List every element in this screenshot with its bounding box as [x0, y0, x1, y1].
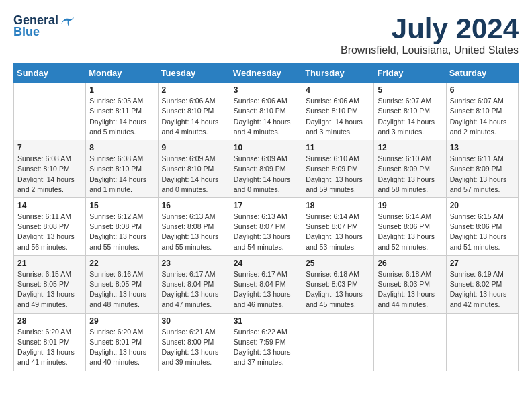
logo-blue-text: Blue — [13, 25, 40, 39]
day-info: Sunrise: 6:22 AM Sunset: 7:59 PM Dayligh… — [234, 327, 298, 368]
day-info: Sunrise: 6:18 AM Sunset: 8:03 PM Dayligh… — [306, 269, 370, 310]
day-info: Sunrise: 6:16 AM Sunset: 8:05 PM Dayligh… — [89, 269, 154, 310]
table-row: 23Sunrise: 6:17 AM Sunset: 8:04 PM Dayli… — [158, 255, 230, 313]
day-number: 4 — [306, 85, 370, 95]
day-number: 27 — [450, 259, 515, 268]
day-number: 20 — [450, 201, 515, 210]
header-tuesday: Tuesday — [158, 64, 230, 83]
table-row: 1Sunrise: 6:05 AM Sunset: 8:11 PM Daylig… — [86, 83, 158, 140]
table-row: 9Sunrise: 6:09 AM Sunset: 8:10 PM Daylig… — [158, 140, 230, 198]
table-row — [446, 313, 518, 371]
calendar-week-row: 1Sunrise: 6:05 AM Sunset: 8:11 PM Daylig… — [14, 83, 519, 140]
day-info: Sunrise: 6:06 AM Sunset: 8:10 PM Dayligh… — [162, 96, 226, 137]
day-number: 21 — [17, 259, 82, 268]
header-saturday: Saturday — [446, 64, 518, 83]
day-info: Sunrise: 6:14 AM Sunset: 8:06 PM Dayligh… — [378, 212, 442, 253]
table-row — [302, 313, 374, 371]
header-thursday: Thursday — [302, 64, 374, 83]
day-number: 23 — [162, 259, 226, 268]
day-number: 29 — [89, 316, 154, 326]
day-info: Sunrise: 6:15 AM Sunset: 8:06 PM Dayligh… — [450, 212, 515, 253]
table-row: 29Sunrise: 6:20 AM Sunset: 8:01 PM Dayli… — [86, 313, 158, 371]
month-title: July 2024 — [341, 13, 519, 44]
page-header: General Blue July 2024 Brownsfield, Loui… — [13, 13, 519, 56]
day-info: Sunrise: 6:11 AM Sunset: 8:08 PM Dayligh… — [17, 212, 82, 253]
table-row: 15Sunrise: 6:12 AM Sunset: 8:08 PM Dayli… — [86, 197, 158, 255]
day-number: 26 — [378, 259, 442, 268]
table-row: 21Sunrise: 6:15 AM Sunset: 8:05 PM Dayli… — [14, 255, 86, 313]
day-number: 25 — [306, 259, 370, 268]
calendar-week-row: 21Sunrise: 6:15 AM Sunset: 8:05 PM Dayli… — [14, 255, 519, 313]
table-row: 6Sunrise: 6:07 AM Sunset: 8:10 PM Daylig… — [446, 83, 518, 140]
calendar-week-row: 14Sunrise: 6:11 AM Sunset: 8:08 PM Dayli… — [14, 197, 519, 255]
table-row: 26Sunrise: 6:18 AM Sunset: 8:03 PM Dayli… — [374, 255, 446, 313]
weekday-header-row: Sunday Monday Tuesday Wednesday Thursday… — [14, 64, 519, 83]
day-info: Sunrise: 6:20 AM Sunset: 8:01 PM Dayligh… — [17, 327, 82, 368]
table-row — [374, 313, 446, 371]
day-number: 6 — [450, 85, 515, 95]
header-wednesday: Wednesday — [230, 64, 302, 83]
day-number: 7 — [17, 143, 82, 152]
table-row: 12Sunrise: 6:10 AM Sunset: 8:09 PM Dayli… — [374, 140, 446, 198]
table-row: 5Sunrise: 6:07 AM Sunset: 8:10 PM Daylig… — [374, 83, 446, 140]
table-row — [14, 83, 86, 140]
table-row: 2Sunrise: 6:06 AM Sunset: 8:10 PM Daylig… — [158, 83, 230, 140]
table-row: 16Sunrise: 6:13 AM Sunset: 8:08 PM Dayli… — [158, 197, 230, 255]
day-number: 12 — [378, 143, 442, 152]
table-row: 13Sunrise: 6:11 AM Sunset: 8:09 PM Dayli… — [446, 140, 518, 198]
table-row: 22Sunrise: 6:16 AM Sunset: 8:05 PM Dayli… — [86, 255, 158, 313]
day-info: Sunrise: 6:09 AM Sunset: 8:10 PM Dayligh… — [162, 154, 226, 195]
table-row: 20Sunrise: 6:15 AM Sunset: 8:06 PM Dayli… — [446, 197, 518, 255]
day-info: Sunrise: 6:19 AM Sunset: 8:02 PM Dayligh… — [450, 269, 515, 310]
table-row: 11Sunrise: 6:10 AM Sunset: 8:09 PM Dayli… — [302, 140, 374, 198]
day-number: 16 — [162, 201, 226, 210]
day-number: 31 — [234, 316, 298, 326]
day-info: Sunrise: 6:08 AM Sunset: 8:10 PM Dayligh… — [89, 154, 154, 195]
table-row: 31Sunrise: 6:22 AM Sunset: 7:59 PM Dayli… — [230, 313, 302, 371]
day-number: 3 — [234, 85, 298, 95]
day-info: Sunrise: 6:10 AM Sunset: 8:09 PM Dayligh… — [378, 154, 442, 195]
day-number: 30 — [162, 316, 226, 326]
calendar-table: Sunday Monday Tuesday Wednesday Thursday… — [13, 63, 519, 371]
day-number: 9 — [162, 143, 226, 152]
day-info: Sunrise: 6:13 AM Sunset: 8:07 PM Dayligh… — [234, 212, 298, 253]
header-sunday: Sunday — [14, 64, 86, 83]
day-number: 24 — [234, 259, 298, 268]
table-row: 8Sunrise: 6:08 AM Sunset: 8:10 PM Daylig… — [86, 140, 158, 198]
day-info: Sunrise: 6:20 AM Sunset: 8:01 PM Dayligh… — [89, 327, 154, 368]
location: Brownsfield, Louisiana, United States — [341, 44, 519, 56]
day-info: Sunrise: 6:09 AM Sunset: 8:09 PM Dayligh… — [234, 154, 298, 195]
header-friday: Friday — [374, 64, 446, 83]
day-number: 15 — [89, 201, 154, 210]
table-row: 3Sunrise: 6:06 AM Sunset: 8:10 PM Daylig… — [230, 83, 302, 140]
day-number: 13 — [450, 143, 515, 152]
table-row: 28Sunrise: 6:20 AM Sunset: 8:01 PM Dayli… — [14, 313, 86, 371]
logo-bird-icon — [60, 15, 75, 27]
calendar-week-row: 28Sunrise: 6:20 AM Sunset: 8:01 PM Dayli… — [14, 313, 519, 371]
calendar-week-row: 7Sunrise: 6:08 AM Sunset: 8:10 PM Daylig… — [14, 140, 519, 198]
day-info: Sunrise: 6:18 AM Sunset: 8:03 PM Dayligh… — [378, 269, 442, 310]
table-row: 27Sunrise: 6:19 AM Sunset: 8:02 PM Dayli… — [446, 255, 518, 313]
table-row: 14Sunrise: 6:11 AM Sunset: 8:08 PM Dayli… — [14, 197, 86, 255]
table-row: 4Sunrise: 6:06 AM Sunset: 8:10 PM Daylig… — [302, 83, 374, 140]
day-number: 28 — [17, 316, 82, 326]
table-row: 30Sunrise: 6:21 AM Sunset: 8:00 PM Dayli… — [158, 313, 230, 371]
day-info: Sunrise: 6:06 AM Sunset: 8:10 PM Dayligh… — [234, 96, 298, 137]
day-number: 18 — [306, 201, 370, 210]
day-info: Sunrise: 6:07 AM Sunset: 8:10 PM Dayligh… — [378, 96, 442, 137]
table-row: 17Sunrise: 6:13 AM Sunset: 8:07 PM Dayli… — [230, 197, 302, 255]
day-info: Sunrise: 6:08 AM Sunset: 8:10 PM Dayligh… — [17, 154, 82, 195]
day-info: Sunrise: 6:11 AM Sunset: 8:09 PM Dayligh… — [450, 154, 515, 195]
day-number: 1 — [89, 85, 154, 95]
day-info: Sunrise: 6:17 AM Sunset: 8:04 PM Dayligh… — [234, 269, 298, 310]
title-block: July 2024 Brownsfield, Louisiana, United… — [341, 13, 519, 56]
day-number: 2 — [162, 85, 226, 95]
day-info: Sunrise: 6:05 AM Sunset: 8:11 PM Dayligh… — [89, 96, 154, 137]
day-number: 10 — [234, 143, 298, 152]
day-number: 14 — [17, 201, 82, 210]
header-monday: Monday — [86, 64, 158, 83]
day-info: Sunrise: 6:14 AM Sunset: 8:07 PM Dayligh… — [306, 212, 370, 253]
day-info: Sunrise: 6:21 AM Sunset: 8:00 PM Dayligh… — [162, 327, 226, 368]
day-info: Sunrise: 6:13 AM Sunset: 8:08 PM Dayligh… — [162, 212, 226, 253]
day-number: 17 — [234, 201, 298, 210]
